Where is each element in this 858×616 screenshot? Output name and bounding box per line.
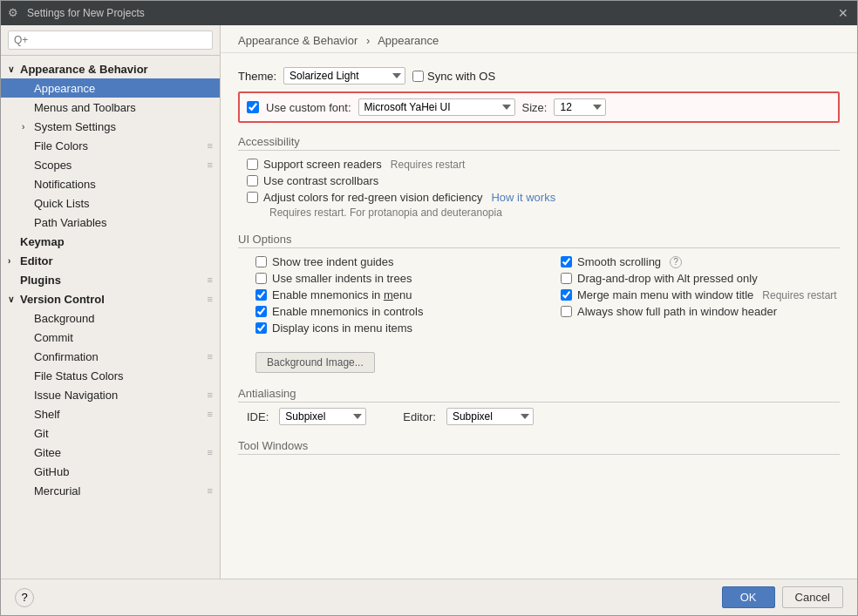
- sidebar-item-label: Notifications: [34, 178, 213, 191]
- sidebar-item-appearance[interactable]: Appearance: [1, 78, 220, 98]
- sidebar-item-issue-navigation[interactable]: Issue Navigation ≡: [1, 385, 220, 404]
- sidebar-group-label: Editor: [20, 254, 213, 267]
- how-it-works-link[interactable]: How it works: [491, 191, 555, 204]
- ok-button[interactable]: OK: [722, 586, 775, 608]
- sidebar-item-label: Quick Lists: [34, 197, 213, 210]
- sidebar-group-label: Version Control: [20, 293, 208, 306]
- size-select[interactable]: 10 11 12 13 14: [554, 98, 606, 116]
- font-select[interactable]: Microsoft YaHei UI Arial Consolas Segoe …: [358, 98, 515, 116]
- sidebar-group-label: Keymap: [20, 235, 213, 248]
- sidebar-item-label: Gitee: [34, 446, 208, 459]
- sidebar-group-appearance-behavior[interactable]: ∨ Appearance & Behavior: [1, 59, 220, 78]
- sidebar-group-editor[interactable]: › Editor: [1, 251, 220, 270]
- sidebar-item-file-colors[interactable]: File Colors ≡: [1, 136, 220, 155]
- theme-select[interactable]: Solarized Light IntelliJ Light Darcula H…: [283, 67, 405, 85]
- window-title: Settings for New Projects: [27, 7, 836, 19]
- drag-drop-label: Drag-and-drop with Alt pressed only: [577, 272, 758, 285]
- merge-menu-row: Merge main menu with window title Requir…: [561, 287, 840, 303]
- cancel-button[interactable]: Cancel: [782, 586, 843, 608]
- main-body: Theme: Solarized Light IntelliJ Light Da…: [221, 53, 857, 579]
- ide-antialiasing-select[interactable]: Subpixel Greyscale None: [279, 408, 366, 425]
- contrast-scrollbars-row: Use contrast scrollbars: [247, 173, 840, 189]
- mnemonics-menu-checkbox[interactable]: [255, 289, 267, 301]
- sync-with-os-checkbox[interactable]: [412, 71, 424, 82]
- display-icons-row: Display icons in menu items: [255, 320, 535, 336]
- editor-label: Editor:: [403, 410, 436, 423]
- sidebar-item-file-status-colors[interactable]: File Status Colors: [1, 366, 220, 385]
- smooth-scrolling-checkbox[interactable]: [561, 256, 572, 267]
- sidebar-item-confirmation[interactable]: Confirmation ≡: [1, 347, 220, 366]
- ui-options-section: UI Options Show tree indent guides Use s…: [238, 233, 840, 373]
- sidebar-item-label: Scopes: [34, 159, 208, 172]
- help-button[interactable]: ?: [15, 588, 34, 607]
- screen-readers-note: Requires restart: [391, 159, 465, 171]
- sidebar-item-gitee[interactable]: Gitee ≡: [1, 443, 220, 462]
- background-image-button[interactable]: Background Image...: [255, 352, 375, 373]
- sidebar-group-label: Plugins: [20, 274, 208, 287]
- custom-font-checkbox[interactable]: [247, 101, 259, 113]
- close-button[interactable]: ✕: [836, 6, 850, 20]
- sidebar-item-label: Appearance: [34, 82, 213, 95]
- sidebar-item-notifications[interactable]: Notifications: [1, 174, 220, 193]
- main-content: ∨ Appearance & Behavior Appearance Menus…: [1, 25, 857, 579]
- display-icons-checkbox[interactable]: [255, 322, 267, 334]
- search-input[interactable]: [8, 30, 213, 50]
- badge-icon: ≡: [208, 409, 213, 419]
- badge-icon: ≡: [208, 389, 213, 400]
- badge-icon: ≡: [208, 485, 213, 496]
- breadcrumb-part1: Appearance & Behavior: [238, 34, 358, 47]
- size-label: Size:: [522, 101, 548, 114]
- sidebar-item-label: File Colors: [34, 139, 208, 152]
- tree-indent-checkbox[interactable]: [255, 256, 267, 267]
- tool-windows-section: Tool Windows: [238, 439, 840, 455]
- sidebar-item-quick-lists[interactable]: Quick Lists: [1, 193, 220, 213]
- badge-icon: ≡: [208, 294, 213, 304]
- drag-drop-row: Drag-and-drop with Alt pressed only: [561, 270, 840, 287]
- sidebar-item-menus-toolbars[interactable]: Menus and Toolbars: [1, 98, 220, 117]
- smaller-indents-label: Use smaller indents in trees: [272, 272, 412, 285]
- sidebar-item-path-variables[interactable]: Path Variables: [1, 213, 220, 232]
- ui-left-col: Show tree indent guides Use smaller inde…: [247, 254, 535, 336]
- badge-icon: ≡: [208, 447, 213, 457]
- contrast-scrollbars-checkbox[interactable]: [247, 175, 258, 186]
- sidebar-item-label: Background: [34, 312, 213, 325]
- sidebar-item-background[interactable]: Background: [1, 308, 220, 328]
- settings-window: ⚙ Settings for New Projects ✕ ∨ Appearan…: [0, 0, 858, 616]
- sidebar-item-label: Issue Navigation: [34, 389, 208, 402]
- smaller-indents-row: Use smaller indents in trees: [255, 270, 535, 287]
- editor-antialiasing-select[interactable]: Subpixel Greyscale None: [446, 408, 534, 425]
- accessibility-section: Accessibility Support screen readers Req…: [238, 135, 840, 219]
- sidebar-group-plugins[interactable]: Plugins ≡: [1, 270, 220, 289]
- badge-icon: ≡: [208, 351, 213, 362]
- full-path-label: Always show full path in window header: [577, 305, 777, 318]
- sidebar-group-keymap[interactable]: Keymap: [1, 232, 220, 251]
- smaller-indents-checkbox[interactable]: [255, 273, 267, 284]
- smooth-scrolling-row: Smooth scrolling ?: [561, 254, 840, 270]
- screen-readers-checkbox[interactable]: [247, 159, 258, 170]
- sidebar-item-system-settings[interactable]: › System Settings: [1, 117, 220, 136]
- sidebar-item-label: Menus and Toolbars: [34, 101, 213, 114]
- sidebar-item-scopes[interactable]: Scopes ≡: [1, 155, 220, 174]
- drag-drop-checkbox[interactable]: [561, 273, 572, 284]
- badge-icon: ≡: [208, 140, 213, 151]
- sidebar-item-github[interactable]: GitHub: [1, 462, 220, 481]
- merge-menu-checkbox[interactable]: [561, 289, 572, 301]
- sidebar-item-label: Git: [34, 427, 213, 440]
- sidebar-item-label: Path Variables: [34, 216, 213, 229]
- sidebar-item-commit[interactable]: Commit: [1, 328, 220, 347]
- tool-windows-label: Tool Windows: [238, 439, 840, 455]
- antialiasing-row: IDE: Subpixel Greyscale None Editor: Sub…: [247, 408, 840, 425]
- sidebar-item-mercurial[interactable]: Mercurial ≡: [1, 481, 220, 500]
- full-path-checkbox[interactable]: [561, 306, 572, 317]
- antialiasing-label: Antialiasing: [238, 387, 840, 403]
- sidebar-group-version-control[interactable]: ∨ Version Control ≡: [1, 289, 220, 308]
- title-bar: ⚙ Settings for New Projects ✕: [1, 1, 857, 25]
- sidebar-item-git[interactable]: Git: [1, 423, 220, 443]
- color-deficiency-checkbox[interactable]: [247, 192, 258, 203]
- arrow-icon: ›: [8, 256, 20, 266]
- contrast-scrollbars-label: Use contrast scrollbars: [263, 174, 378, 187]
- mnemonics-controls-checkbox[interactable]: [255, 306, 267, 317]
- sidebar-item-label: Confirmation: [34, 350, 208, 363]
- sidebar-item-shelf[interactable]: Shelf ≡: [1, 404, 220, 423]
- badge-icon: ≡: [208, 274, 213, 285]
